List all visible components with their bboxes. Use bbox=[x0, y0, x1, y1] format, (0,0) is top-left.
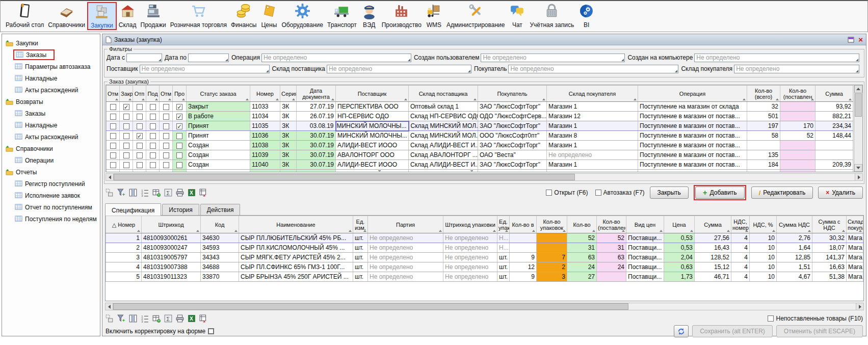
spec-row[interactable]: 4481031900738834688СЫР ПЛ.СФИНКС 65% ГМЗ… bbox=[106, 262, 863, 272]
filter-input[interactable] bbox=[734, 65, 859, 73]
sidebar-item[interactable]: Возвраты bbox=[2, 96, 100, 108]
checkbox-icon[interactable] bbox=[123, 162, 129, 168]
cancel-button[interactable]: Отменить (shift ESCAPE) bbox=[776, 325, 863, 337]
column-header[interactable]: △ Номер bbox=[106, 216, 142, 233]
filter-input[interactable] bbox=[140, 65, 269, 73]
filter-add-icon[interactable]: + bbox=[117, 189, 125, 197]
checkbox-icon[interactable] bbox=[150, 172, 156, 172]
checkbox-icon[interactable] bbox=[163, 133, 169, 139]
column-header[interactable]: Кол-во (поставлен bbox=[597, 216, 626, 233]
column-header[interactable]: Ед. упак bbox=[497, 216, 510, 233]
checkbox-icon[interactable]: ✓ bbox=[176, 123, 182, 129]
close-order-button[interactable]: Закрыть bbox=[650, 187, 689, 199]
column-header[interactable]: Дата документа bbox=[297, 86, 336, 102]
column-header[interactable]: Сумма bbox=[816, 86, 853, 102]
column-header[interactable]: Поставщик bbox=[336, 86, 409, 102]
checkbox-icon[interactable] bbox=[176, 143, 182, 149]
undelivered-checkbox[interactable]: Непоставленные товары (F10) bbox=[768, 315, 863, 322]
checkbox-icon[interactable] bbox=[123, 143, 129, 149]
numbered-list-icon[interactable]: 1123 bbox=[141, 189, 149, 197]
column-header[interactable]: Отм bbox=[107, 86, 120, 102]
toolbar-item-warehouse[interactable]: Склад bbox=[117, 2, 139, 29]
scroll-left-icon[interactable] bbox=[106, 174, 114, 180]
sidebar-item[interactable]: Поступления по неделям bbox=[2, 213, 100, 225]
column-header[interactable]: Наименование bbox=[239, 216, 353, 233]
checkbox-icon[interactable] bbox=[176, 133, 182, 139]
checkbox-icon[interactable] bbox=[163, 172, 169, 172]
order-row[interactable]: ✓Принят11036ЗК30.07.19МИНСКИЙ МОЛОЧНЫ...… bbox=[107, 131, 853, 141]
sidebar-item[interactable]: Отчеты bbox=[2, 166, 100, 178]
checkbox-icon[interactable] bbox=[163, 162, 169, 168]
toolbar-item-tools[interactable]: Администрирование bbox=[444, 2, 507, 29]
checkbox-icon[interactable] bbox=[110, 152, 116, 158]
filter-combo[interactable] bbox=[140, 65, 270, 73]
refresh-button[interactable] bbox=[674, 325, 689, 337]
order-row[interactable]: ✓✓Закрыт11033ЗК27.07.19ПЕРСПЕКТИВА ООООп… bbox=[107, 102, 853, 112]
checkbox-icon[interactable] bbox=[595, 190, 601, 196]
order-row[interactable]: Создан11038ЗК30.07.19АЛИДИ-ВЕСТ ИОООСкла… bbox=[107, 141, 853, 150]
spec-row[interactable]: 3481031900579734343СЫР МЯГК.ФЕТУ АРИСТЕЙ… bbox=[106, 253, 863, 262]
scroll-up-icon[interactable] bbox=[854, 85, 862, 93]
select-rows-icon[interactable] bbox=[106, 314, 114, 323]
checkbox-icon[interactable] bbox=[163, 152, 169, 158]
checkbox-icon[interactable] bbox=[110, 162, 116, 168]
spec-horizontal-scrollbar[interactable] bbox=[105, 303, 864, 310]
column-header[interactable]: Склад покупателя bbox=[847, 216, 863, 233]
scroll-right-icon[interactable] bbox=[855, 174, 862, 180]
checkbox-icon[interactable] bbox=[176, 172, 182, 172]
filter-combo[interactable] bbox=[734, 65, 859, 73]
excel-export-icon[interactable]: X bbox=[188, 314, 196, 323]
checkbox-icon[interactable] bbox=[137, 172, 143, 172]
filter-input[interactable] bbox=[509, 65, 678, 73]
column-header[interactable]: Кол-во (всего) bbox=[747, 86, 780, 102]
sidebar-item[interactable]: Справочники bbox=[2, 143, 100, 154]
delete-button[interactable]: × Удалить bbox=[818, 187, 863, 199]
filter-input[interactable] bbox=[189, 54, 228, 62]
toolbar-item-price-tag[interactable]: Цены bbox=[258, 2, 279, 29]
column-header[interactable]: Склад покупателя bbox=[547, 86, 638, 102]
checkbox-icon[interactable] bbox=[123, 123, 129, 129]
column-header[interactable]: Покупатель bbox=[478, 86, 547, 102]
toolbar-item-cash-register[interactable]: Продажи bbox=[139, 2, 168, 29]
excel-export-icon[interactable]: X bbox=[188, 189, 196, 197]
remove-filter-icon[interactable]: x bbox=[199, 314, 207, 323]
column-header[interactable]: Сумма bbox=[695, 216, 731, 233]
checkbox-icon[interactable] bbox=[150, 123, 156, 129]
column-header[interactable]: Код bbox=[201, 216, 239, 233]
filter-combo[interactable] bbox=[481, 54, 625, 62]
toolbar-item-gear[interactable]: Оборудование bbox=[279, 2, 325, 29]
toolbar-item-lock[interactable]: Учётная запись bbox=[528, 2, 576, 29]
spec-row[interactable]: 5481031901132333870СЫР БРЫНЗА 45% 250Г А… bbox=[106, 272, 863, 282]
toolbar-item-customs[interactable]: ВЭД bbox=[359, 2, 380, 29]
checkbox-icon[interactable] bbox=[176, 162, 182, 168]
order-row[interactable]: Создан11041ЗК30.07.19АЗЕРБЕЛТРЕЙД ОООСкл… bbox=[107, 170, 853, 173]
scroll-thumb[interactable] bbox=[855, 93, 862, 117]
checkbox-icon[interactable] bbox=[768, 315, 774, 322]
checkbox-icon[interactable] bbox=[137, 152, 143, 158]
sidebar-item[interactable]: Акты расхождений bbox=[2, 131, 100, 143]
sum-icon[interactable]: Σ bbox=[164, 314, 172, 323]
column-header[interactable]: НДС, номер bbox=[731, 216, 750, 233]
columns-icon[interactable] bbox=[129, 314, 137, 323]
tab-history[interactable]: История bbox=[162, 204, 199, 215]
add-button[interactable]: + Добавить bbox=[695, 187, 745, 199]
order-row[interactable]: ✓В работе11034ЗК26.07.19НП-СЕРВИС ОДОСкл… bbox=[107, 112, 853, 121]
order-row[interactable]: Создан11040ЗК30.07.19АЛИДИ-ВЕСТ ИОООСкла… bbox=[107, 160, 853, 170]
checkbox-icon[interactable] bbox=[123, 114, 129, 120]
checkbox-icon[interactable] bbox=[110, 172, 116, 172]
column-header[interactable]: Штрихкод bbox=[142, 216, 201, 233]
scroll-thumb[interactable] bbox=[113, 303, 628, 310]
sidebar-item[interactable]: Заказы bbox=[2, 49, 100, 61]
sidebar-item[interactable]: Накладные bbox=[2, 72, 100, 84]
scroll-down-icon[interactable] bbox=[854, 164, 862, 172]
orders-vertical-scrollbar[interactable] bbox=[854, 85, 862, 172]
filter-input[interactable] bbox=[481, 54, 624, 62]
table-add-icon[interactable]: + bbox=[152, 314, 161, 323]
spec-row[interactable]: 2481009300024734593СЫР ПЛ.КИСЛОМОЛОЧНЫЙ … bbox=[106, 243, 863, 253]
toolbar-item-factory[interactable]: Производство bbox=[380, 2, 424, 29]
tab-specification[interactable]: Спецификация bbox=[105, 203, 161, 216]
scroll-thumb[interactable] bbox=[114, 174, 575, 180]
column-header[interactable]: Про bbox=[173, 86, 187, 102]
toolbar-item-coins[interactable]: Финансы bbox=[229, 2, 258, 29]
sidebar-item[interactable]: Отчет по поступлениям bbox=[2, 201, 100, 213]
